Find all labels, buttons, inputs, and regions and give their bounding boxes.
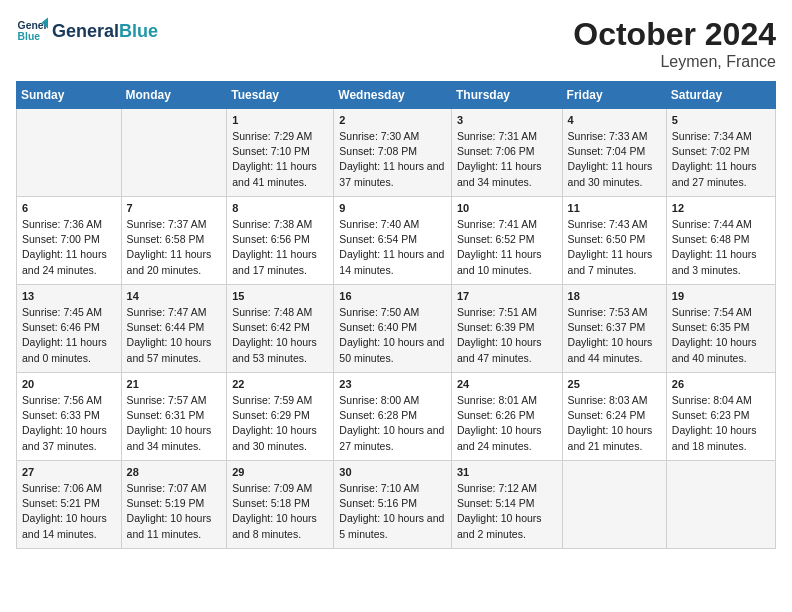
- sunset-text: Sunset: 7:02 PM: [672, 144, 770, 159]
- sunrise-text: Sunrise: 7:50 AM: [339, 305, 446, 320]
- day-number: 26: [672, 377, 770, 393]
- calendar-cell: 16Sunrise: 7:50 AMSunset: 6:40 PMDayligh…: [334, 285, 452, 373]
- calendar-cell: 9Sunrise: 7:40 AMSunset: 6:54 PMDaylight…: [334, 197, 452, 285]
- day-number: 29: [232, 465, 328, 481]
- day-number: 17: [457, 289, 557, 305]
- day-number: 11: [568, 201, 661, 217]
- calendar-cell: 8Sunrise: 7:38 AMSunset: 6:56 PMDaylight…: [227, 197, 334, 285]
- calendar-cell: 18Sunrise: 7:53 AMSunset: 6:37 PMDayligh…: [562, 285, 666, 373]
- sunset-text: Sunset: 6:46 PM: [22, 320, 116, 335]
- calendar-cell: [562, 461, 666, 549]
- day-number: 31: [457, 465, 557, 481]
- day-number: 9: [339, 201, 446, 217]
- daylight-text: Daylight: 11 hours and 30 minutes.: [568, 159, 661, 189]
- calendar-cell: 1Sunrise: 7:29 AMSunset: 7:10 PMDaylight…: [227, 109, 334, 197]
- daylight-text: Daylight: 10 hours and 2 minutes.: [457, 511, 557, 541]
- sunset-text: Sunset: 5:21 PM: [22, 496, 116, 511]
- calendar-cell: 5Sunrise: 7:34 AMSunset: 7:02 PMDaylight…: [666, 109, 775, 197]
- day-number: 22: [232, 377, 328, 393]
- calendar-cell: [666, 461, 775, 549]
- day-number: 2: [339, 113, 446, 129]
- sunset-text: Sunset: 6:54 PM: [339, 232, 446, 247]
- sunset-text: Sunset: 6:44 PM: [127, 320, 222, 335]
- sunset-text: Sunset: 7:10 PM: [232, 144, 328, 159]
- month-title: October 2024: [573, 16, 776, 53]
- sunrise-text: Sunrise: 7:54 AM: [672, 305, 770, 320]
- daylight-text: Daylight: 11 hours and 0 minutes.: [22, 335, 116, 365]
- sunrise-text: Sunrise: 7:44 AM: [672, 217, 770, 232]
- weekday-header: Monday: [121, 82, 227, 109]
- daylight-text: Daylight: 11 hours and 37 minutes.: [339, 159, 446, 189]
- sunset-text: Sunset: 5:14 PM: [457, 496, 557, 511]
- day-number: 28: [127, 465, 222, 481]
- calendar-cell: 17Sunrise: 7:51 AMSunset: 6:39 PMDayligh…: [451, 285, 562, 373]
- logo-text: GeneralBlue: [52, 22, 158, 42]
- calendar-cell: [121, 109, 227, 197]
- daylight-text: Daylight: 11 hours and 17 minutes.: [232, 247, 328, 277]
- calendar-week-row: 20Sunrise: 7:56 AMSunset: 6:33 PMDayligh…: [17, 373, 776, 461]
- calendar-cell: 14Sunrise: 7:47 AMSunset: 6:44 PMDayligh…: [121, 285, 227, 373]
- sunrise-text: Sunrise: 7:12 AM: [457, 481, 557, 496]
- calendar-cell: 15Sunrise: 7:48 AMSunset: 6:42 PMDayligh…: [227, 285, 334, 373]
- sunset-text: Sunset: 7:08 PM: [339, 144, 446, 159]
- daylight-text: Daylight: 10 hours and 40 minutes.: [672, 335, 770, 365]
- sunrise-text: Sunrise: 7:43 AM: [568, 217, 661, 232]
- calendar-cell: 10Sunrise: 7:41 AMSunset: 6:52 PMDayligh…: [451, 197, 562, 285]
- sunrise-text: Sunrise: 8:04 AM: [672, 393, 770, 408]
- day-number: 7: [127, 201, 222, 217]
- calendar-cell: 19Sunrise: 7:54 AMSunset: 6:35 PMDayligh…: [666, 285, 775, 373]
- weekday-header: Friday: [562, 82, 666, 109]
- calendar-cell: 6Sunrise: 7:36 AMSunset: 7:00 PMDaylight…: [17, 197, 122, 285]
- sunrise-text: Sunrise: 7:30 AM: [339, 129, 446, 144]
- weekday-header: Thursday: [451, 82, 562, 109]
- sunrise-text: Sunrise: 7:56 AM: [22, 393, 116, 408]
- calendar-cell: 13Sunrise: 7:45 AMSunset: 6:46 PMDayligh…: [17, 285, 122, 373]
- day-number: 12: [672, 201, 770, 217]
- calendar-week-row: 13Sunrise: 7:45 AMSunset: 6:46 PMDayligh…: [17, 285, 776, 373]
- calendar-cell: 4Sunrise: 7:33 AMSunset: 7:04 PMDaylight…: [562, 109, 666, 197]
- sunrise-text: Sunrise: 7:57 AM: [127, 393, 222, 408]
- calendar-cell: [17, 109, 122, 197]
- sunset-text: Sunset: 6:50 PM: [568, 232, 661, 247]
- sunrise-text: Sunrise: 7:06 AM: [22, 481, 116, 496]
- calendar-cell: 11Sunrise: 7:43 AMSunset: 6:50 PMDayligh…: [562, 197, 666, 285]
- weekday-header: Saturday: [666, 82, 775, 109]
- sunset-text: Sunset: 6:31 PM: [127, 408, 222, 423]
- sunrise-text: Sunrise: 7:47 AM: [127, 305, 222, 320]
- title-area: October 2024 Leymen, France: [573, 16, 776, 71]
- sunset-text: Sunset: 6:58 PM: [127, 232, 222, 247]
- daylight-text: Daylight: 10 hours and 14 minutes.: [22, 511, 116, 541]
- daylight-text: Daylight: 10 hours and 44 minutes.: [568, 335, 661, 365]
- calendar-cell: 7Sunrise: 7:37 AMSunset: 6:58 PMDaylight…: [121, 197, 227, 285]
- calendar-body: 1Sunrise: 7:29 AMSunset: 7:10 PMDaylight…: [17, 109, 776, 549]
- day-number: 1: [232, 113, 328, 129]
- daylight-text: Daylight: 11 hours and 27 minutes.: [672, 159, 770, 189]
- calendar-week-row: 1Sunrise: 7:29 AMSunset: 7:10 PMDaylight…: [17, 109, 776, 197]
- day-number: 24: [457, 377, 557, 393]
- daylight-text: Daylight: 10 hours and 8 minutes.: [232, 511, 328, 541]
- sunset-text: Sunset: 6:29 PM: [232, 408, 328, 423]
- sunrise-text: Sunrise: 7:38 AM: [232, 217, 328, 232]
- daylight-text: Daylight: 10 hours and 34 minutes.: [127, 423, 222, 453]
- sunrise-text: Sunrise: 7:41 AM: [457, 217, 557, 232]
- calendar-cell: 28Sunrise: 7:07 AMSunset: 5:19 PMDayligh…: [121, 461, 227, 549]
- day-number: 23: [339, 377, 446, 393]
- day-number: 19: [672, 289, 770, 305]
- sunrise-text: Sunrise: 8:01 AM: [457, 393, 557, 408]
- daylight-text: Daylight: 10 hours and 30 minutes.: [232, 423, 328, 453]
- day-number: 10: [457, 201, 557, 217]
- calendar-week-row: 6Sunrise: 7:36 AMSunset: 7:00 PMDaylight…: [17, 197, 776, 285]
- sunset-text: Sunset: 6:26 PM: [457, 408, 557, 423]
- sunrise-text: Sunrise: 7:45 AM: [22, 305, 116, 320]
- day-number: 27: [22, 465, 116, 481]
- sunset-text: Sunset: 6:35 PM: [672, 320, 770, 335]
- sunset-text: Sunset: 6:40 PM: [339, 320, 446, 335]
- calendar-cell: 24Sunrise: 8:01 AMSunset: 6:26 PMDayligh…: [451, 373, 562, 461]
- sunset-text: Sunset: 6:24 PM: [568, 408, 661, 423]
- sunrise-text: Sunrise: 7:29 AM: [232, 129, 328, 144]
- daylight-text: Daylight: 10 hours and 24 minutes.: [457, 423, 557, 453]
- sunset-text: Sunset: 6:28 PM: [339, 408, 446, 423]
- daylight-text: Daylight: 10 hours and 37 minutes.: [22, 423, 116, 453]
- daylight-text: Daylight: 11 hours and 3 minutes.: [672, 247, 770, 277]
- day-number: 14: [127, 289, 222, 305]
